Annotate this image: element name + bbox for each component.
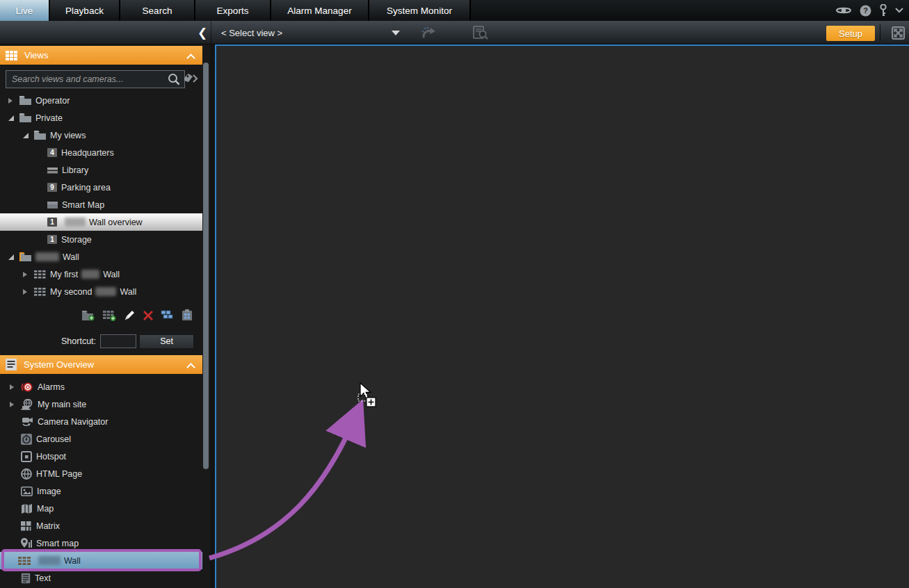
toolbar-separator <box>880 24 880 41</box>
tab-label: System Monitor <box>387 6 452 16</box>
copy-view-icon[interactable] <box>161 310 174 321</box>
sys-item-camera-navigator[interactable]: Camera Navigator <box>0 413 202 430</box>
view-tree-toolbar <box>0 307 202 324</box>
select-view-label: < Select view > <box>221 28 282 38</box>
tree-item-my-first-wall[interactable]: My first Wall <box>0 266 202 283</box>
expand-collapsed-icon[interactable] <box>10 402 17 407</box>
sys-item-label: Smart map <box>36 539 79 548</box>
expand-collapsed-icon[interactable] <box>8 98 15 104</box>
tree-item-my-second-wall[interactable]: My second Wall <box>0 283 202 300</box>
sys-item-my-main-site[interactable]: My main site <box>0 395 202 413</box>
tree-item-wall-overview[interactable]: 1 Wall overview <box>0 213 202 231</box>
tree-item-label: My views <box>50 131 86 140</box>
view-canvas-drop-area[interactable] <box>215 44 909 588</box>
preview-search-icon[interactable] <box>473 26 488 42</box>
new-folder-icon[interactable] <box>82 310 95 321</box>
sys-item-wall[interactable]: Wall <box>0 552 202 569</box>
tree-item-wall-folder[interactable]: Wall <box>0 248 202 266</box>
delete-view-icon[interactable] <box>143 311 153 320</box>
edit-view-icon[interactable] <box>124 309 136 321</box>
matrix-icon <box>21 521 32 531</box>
fullscreen-icon[interactable] <box>892 26 905 42</box>
smart-client-window: Live Playback Search Exports Alarm Manag… <box>0 0 909 588</box>
tab-label: Live <box>16 6 33 16</box>
tab-playback[interactable]: Playback <box>50 0 120 21</box>
collapse-panel-icon[interactable] <box>188 363 194 369</box>
sys-item-alarms[interactable]: Alarms <box>0 378 202 395</box>
sys-item-carousel[interactable]: Carousel <box>0 430 202 448</box>
new-view-icon[interactable] <box>103 310 116 321</box>
tree-item-headquarters[interactable]: 4 Headquarters <box>0 144 202 161</box>
view-layout-badge: 1 <box>47 235 57 244</box>
shortcut-input[interactable] <box>100 334 136 348</box>
folder-icon <box>34 131 46 140</box>
sys-item-html-page[interactable]: HTML Page <box>0 465 202 482</box>
tree-item-storage[interactable]: 1 Storage <box>0 231 202 248</box>
html-page-icon <box>21 468 32 480</box>
tab-system-monitor[interactable]: System Monitor <box>369 0 471 21</box>
view-toolbar: ❮ < Select view > Setup <box>0 21 909 44</box>
tree-item-label: My second <box>50 287 92 297</box>
tab-alarm-manager[interactable]: Alarm Manager <box>271 0 369 21</box>
tree-item-parking-area[interactable]: 9 Parking area <box>0 179 202 196</box>
recall-view-icon[interactable] <box>421 26 437 42</box>
expand-expanded-icon[interactable] <box>8 115 15 121</box>
sys-item-label: My main site <box>38 400 86 409</box>
sys-item-text[interactable]: Text <box>0 569 202 587</box>
search-input[interactable] <box>6 70 185 88</box>
expand-collapsed-icon[interactable] <box>10 384 17 390</box>
tab-label: Playback <box>65 6 104 16</box>
views-grid-icon <box>6 51 17 60</box>
paste-view-icon[interactable] <box>182 309 193 321</box>
expand-expanded-icon[interactable] <box>23 133 30 138</box>
expand-collapsed-icon[interactable] <box>23 289 30 295</box>
view-layout-badge: 1 <box>47 218 57 227</box>
tree-item-operator[interactable]: Operator <box>0 92 202 109</box>
tab-label: Exports <box>217 6 249 16</box>
system-overview-header[interactable]: System Overview <box>0 355 202 374</box>
select-view-dropdown[interactable]: < Select view > <box>216 21 412 44</box>
tab-search[interactable]: Search <box>120 0 195 21</box>
tree-item-smart-map[interactable]: Smart Map <box>0 196 202 213</box>
redacted-text <box>65 218 86 227</box>
tab-live[interactable]: Live <box>0 0 50 21</box>
sys-item-smart-map[interactable]: Smart map <box>0 534 202 552</box>
tree-item-label: Headquarters <box>61 148 114 158</box>
redacted-text <box>95 287 116 296</box>
sys-item-map[interactable]: Map <box>0 500 202 517</box>
key-icon[interactable] <box>880 4 887 17</box>
shortcut-label: Shortcut: <box>61 336 96 346</box>
tab-label: Alarm Manager <box>287 6 351 16</box>
sys-item-hotspot[interactable]: Hotspot <box>0 448 202 465</box>
tab-label: Search <box>143 6 172 16</box>
tab-exports[interactable]: Exports <box>195 0 271 21</box>
tag-filter-icon[interactable] <box>183 72 200 89</box>
tree-item-library[interactable]: Library <box>0 161 202 179</box>
help-icon[interactable]: ? <box>860 5 871 17</box>
alarms-icon <box>21 382 33 393</box>
system-overview-icon <box>6 359 17 370</box>
sys-item-label: Map <box>37 504 54 514</box>
sys-item-matrix[interactable]: Matrix <box>0 517 202 534</box>
expand-expanded-icon[interactable] <box>8 254 15 260</box>
sidebar-scrollbar[interactable] <box>203 63 209 469</box>
view-layout-icon <box>47 166 58 174</box>
views-panel-header[interactable]: Views <box>0 46 202 65</box>
sidebar: Views Operator Private My views <box>0 44 210 588</box>
sys-item-image[interactable]: Image <box>0 482 202 500</box>
setup-button[interactable]: Setup <box>826 26 875 41</box>
set-shortcut-button[interactable]: Set <box>139 334 194 349</box>
expand-collapsed-icon[interactable] <box>23 272 30 277</box>
connectivity-icon[interactable] <box>836 6 851 15</box>
sys-item-label: Wall <box>64 556 81 566</box>
chevron-down-icon[interactable] <box>895 8 903 13</box>
views-search-row <box>0 70 202 90</box>
tree-item-private[interactable]: Private <box>0 109 202 126</box>
smart-map-icon <box>21 538 32 549</box>
main-tab-bar: Live Playback Search Exports Alarm Manag… <box>0 0 909 21</box>
tree-item-my-views[interactable]: My views <box>0 126 202 144</box>
collapse-sidebar-icon[interactable]: ❮ <box>195 25 209 40</box>
collapse-panel-icon[interactable] <box>188 54 194 60</box>
shortcut-row: Shortcut: Set <box>0 333 202 350</box>
map-icon <box>21 504 33 514</box>
